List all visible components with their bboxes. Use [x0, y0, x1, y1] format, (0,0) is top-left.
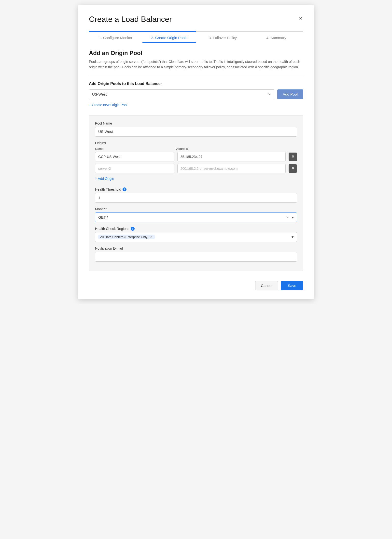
monitor-label: Monitor: [95, 207, 297, 211]
subsection-title: Add Origin Pools to this Load Balancer: [89, 82, 303, 86]
monitor-clear-button[interactable]: ×: [286, 215, 289, 220]
pool-name-group: Pool Name: [95, 121, 297, 137]
create-new-origin-pool-link[interactable]: + Create new Origin Pool: [89, 103, 127, 107]
origin-row: ✕: [95, 164, 297, 173]
modal-title: Create a Load Balancer: [89, 15, 172, 24]
origin-address-input-2[interactable]: [177, 164, 286, 173]
step-failover-policy[interactable]: 3. Failover Policy: [196, 32, 250, 43]
remove-origin-button-1[interactable]: ✕: [289, 153, 297, 161]
notification-email-group: Notification E-mail: [95, 246, 297, 262]
pool-select[interactable]: US-West: [89, 89, 274, 99]
modal-container: Create a Load Balancer × 1. Configure Mo…: [78, 5, 314, 299]
origin-address-input-1[interactable]: [177, 152, 286, 161]
address-col-header: Address: [176, 147, 286, 151]
pool-selector-row: US-West Add Pool: [89, 89, 303, 99]
save-button[interactable]: Save: [281, 281, 303, 290]
step-create-origin-pools[interactable]: 2. Create Origin Pools: [142, 32, 196, 43]
monitor-select-wrapper: GET / × ▼: [95, 213, 297, 222]
notification-email-input[interactable]: [95, 252, 297, 262]
monitor-select[interactable]: GET /: [95, 213, 297, 222]
health-check-regions-wrapper[interactable]: All Data Centers (Enterprise Only) ✕ ▼: [95, 232, 297, 242]
origin-name-input-2[interactable]: [95, 164, 174, 173]
notification-email-label: Notification E-mail: [95, 246, 297, 250]
name-col-header: Name: [95, 147, 173, 151]
step-configure-monitor[interactable]: 1. Configure Monitor: [89, 32, 142, 43]
regions-dropdown-icon[interactable]: ▼: [291, 235, 294, 239]
region-tag: All Data Centers (Enterprise Only) ✕: [98, 235, 155, 239]
close-button[interactable]: ×: [298, 15, 303, 22]
region-tag-remove-button[interactable]: ✕: [150, 235, 153, 239]
health-check-regions-label: Health Check Regions i: [95, 227, 297, 231]
health-threshold-label: Health Threshold i: [95, 187, 297, 191]
section-title: Add an Origin Pool: [89, 50, 303, 57]
section-description: Pools are groups of origin servers ("end…: [89, 59, 303, 70]
health-check-regions-group: Health Check Regions i All Data Centers …: [95, 227, 297, 242]
step-summary[interactable]: 4. Summary: [250, 32, 303, 43]
origins-label: Origins: [95, 141, 297, 145]
pool-name-input[interactable]: [95, 127, 297, 137]
monitor-group: Monitor GET / × ▼: [95, 207, 297, 222]
health-threshold-info-icon[interactable]: i: [123, 187, 126, 191]
remove-col-header: [289, 147, 297, 151]
add-origin-link[interactable]: + Add Origin: [95, 177, 114, 181]
health-threshold-input[interactable]: [95, 193, 297, 203]
pool-form-card: Pool Name Origins Name Address ✕ ✕: [89, 115, 303, 271]
health-check-regions-info-icon[interactable]: i: [131, 227, 135, 231]
pool-name-label: Pool Name: [95, 121, 297, 125]
origins-header: Name Address: [95, 147, 297, 151]
origins-group: Origins Name Address ✕ ✕ + Add Origin: [95, 141, 297, 183]
remove-origin-button-2[interactable]: ✕: [289, 164, 297, 173]
origin-name-input-1[interactable]: [95, 152, 174, 161]
section-divider: [89, 76, 303, 76]
modal-header: Create a Load Balancer ×: [89, 15, 303, 24]
add-pool-button[interactable]: Add Pool: [277, 89, 303, 99]
health-threshold-group: Health Threshold i: [95, 187, 297, 203]
origin-row: ✕: [95, 152, 297, 161]
modal-footer: Cancel Save: [89, 277, 303, 290]
steps-nav: 1. Configure Monitor 2. Create Origin Po…: [89, 32, 303, 43]
cancel-button[interactable]: Cancel: [255, 281, 278, 290]
